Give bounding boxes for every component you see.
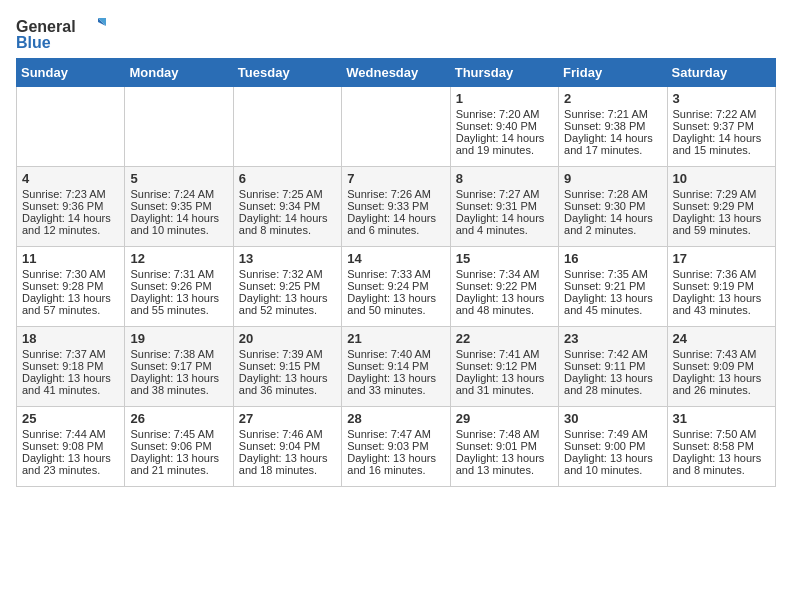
day-info: Daylight: 13 hours (564, 292, 661, 304)
day-info: and 8 minutes. (239, 224, 336, 236)
day-info: and 13 minutes. (456, 464, 553, 476)
day-info: and 19 minutes. (456, 144, 553, 156)
day-info: Daylight: 14 hours (673, 132, 770, 144)
calendar-week-5: 25Sunrise: 7:44 AMSunset: 9:08 PMDayligh… (17, 407, 776, 487)
calendar-cell: 18Sunrise: 7:37 AMSunset: 9:18 PMDayligh… (17, 327, 125, 407)
day-info: Sunrise: 7:48 AM (456, 428, 553, 440)
calendar-cell: 14Sunrise: 7:33 AMSunset: 9:24 PMDayligh… (342, 247, 450, 327)
calendar-header-row: SundayMondayTuesdayWednesdayThursdayFrid… (17, 59, 776, 87)
calendar-cell: 6Sunrise: 7:25 AMSunset: 9:34 PMDaylight… (233, 167, 341, 247)
day-info: Sunset: 9:19 PM (673, 280, 770, 292)
day-info: Daylight: 13 hours (22, 292, 119, 304)
day-info: Sunrise: 7:36 AM (673, 268, 770, 280)
day-number: 6 (239, 171, 336, 186)
day-number: 31 (673, 411, 770, 426)
header-friday: Friday (559, 59, 667, 87)
day-info: Sunset: 9:06 PM (130, 440, 227, 452)
day-info: and 33 minutes. (347, 384, 444, 396)
day-info: Sunrise: 7:33 AM (347, 268, 444, 280)
day-number: 11 (22, 251, 119, 266)
day-info: Daylight: 13 hours (456, 292, 553, 304)
header-sunday: Sunday (17, 59, 125, 87)
day-number: 17 (673, 251, 770, 266)
day-info: Sunrise: 7:22 AM (673, 108, 770, 120)
svg-text:General: General (16, 18, 76, 35)
day-number: 30 (564, 411, 661, 426)
day-info: Sunset: 9:18 PM (22, 360, 119, 372)
day-info: Daylight: 13 hours (130, 292, 227, 304)
day-info: and 50 minutes. (347, 304, 444, 316)
day-number: 14 (347, 251, 444, 266)
day-number: 20 (239, 331, 336, 346)
day-info: and 26 minutes. (673, 384, 770, 396)
calendar-cell: 29Sunrise: 7:48 AMSunset: 9:01 PMDayligh… (450, 407, 558, 487)
calendar-cell: 31Sunrise: 7:50 AMSunset: 8:58 PMDayligh… (667, 407, 775, 487)
calendar-cell: 7Sunrise: 7:26 AMSunset: 9:33 PMDaylight… (342, 167, 450, 247)
day-info: Sunset: 9:08 PM (22, 440, 119, 452)
calendar-cell: 26Sunrise: 7:45 AMSunset: 9:06 PMDayligh… (125, 407, 233, 487)
day-info: and 4 minutes. (456, 224, 553, 236)
calendar-cell: 9Sunrise: 7:28 AMSunset: 9:30 PMDaylight… (559, 167, 667, 247)
day-info: Sunset: 9:33 PM (347, 200, 444, 212)
day-info: and 52 minutes. (239, 304, 336, 316)
day-info: Daylight: 14 hours (239, 212, 336, 224)
day-info: Sunset: 9:26 PM (130, 280, 227, 292)
day-number: 18 (22, 331, 119, 346)
day-info: Sunset: 9:03 PM (347, 440, 444, 452)
day-info: Sunset: 9:34 PM (239, 200, 336, 212)
calendar-cell: 30Sunrise: 7:49 AMSunset: 9:00 PMDayligh… (559, 407, 667, 487)
day-info: Daylight: 13 hours (22, 452, 119, 464)
day-info: and 23 minutes. (22, 464, 119, 476)
day-info: and 15 minutes. (673, 144, 770, 156)
calendar-cell: 22Sunrise: 7:41 AMSunset: 9:12 PMDayligh… (450, 327, 558, 407)
calendar-cell: 2Sunrise: 7:21 AMSunset: 9:38 PMDaylight… (559, 87, 667, 167)
calendar-cell (233, 87, 341, 167)
calendar-cell: 16Sunrise: 7:35 AMSunset: 9:21 PMDayligh… (559, 247, 667, 327)
day-info: and 8 minutes. (673, 464, 770, 476)
day-info: Daylight: 13 hours (456, 372, 553, 384)
day-info: Daylight: 13 hours (347, 292, 444, 304)
calendar-week-1: 1Sunrise: 7:20 AMSunset: 9:40 PMDaylight… (17, 87, 776, 167)
day-info: Sunrise: 7:38 AM (130, 348, 227, 360)
day-info: Daylight: 13 hours (22, 372, 119, 384)
day-info: and 17 minutes. (564, 144, 661, 156)
day-info: Sunrise: 7:42 AM (564, 348, 661, 360)
day-number: 13 (239, 251, 336, 266)
day-info: Sunset: 9:12 PM (456, 360, 553, 372)
day-number: 8 (456, 171, 553, 186)
day-info: and 59 minutes. (673, 224, 770, 236)
day-info: Daylight: 13 hours (456, 452, 553, 464)
day-info: and 31 minutes. (456, 384, 553, 396)
day-info: Sunset: 9:09 PM (673, 360, 770, 372)
header-wednesday: Wednesday (342, 59, 450, 87)
header-saturday: Saturday (667, 59, 775, 87)
day-number: 23 (564, 331, 661, 346)
day-info: Sunset: 9:11 PM (564, 360, 661, 372)
day-info: Daylight: 14 hours (130, 212, 227, 224)
day-info: and 21 minutes. (130, 464, 227, 476)
day-info: and 28 minutes. (564, 384, 661, 396)
day-info: Sunrise: 7:34 AM (456, 268, 553, 280)
header-thursday: Thursday (450, 59, 558, 87)
svg-text:Blue: Blue (16, 34, 51, 51)
day-info: Sunset: 9:00 PM (564, 440, 661, 452)
calendar-cell (17, 87, 125, 167)
day-info: and 2 minutes. (564, 224, 661, 236)
day-info: Daylight: 13 hours (347, 452, 444, 464)
calendar-cell: 19Sunrise: 7:38 AMSunset: 9:17 PMDayligh… (125, 327, 233, 407)
day-info: Sunset: 9:17 PM (130, 360, 227, 372)
day-info: Sunset: 9:38 PM (564, 120, 661, 132)
day-info: Sunrise: 7:47 AM (347, 428, 444, 440)
calendar-cell: 8Sunrise: 7:27 AMSunset: 9:31 PMDaylight… (450, 167, 558, 247)
day-info: and 57 minutes. (22, 304, 119, 316)
day-info: Daylight: 13 hours (239, 372, 336, 384)
day-info: Sunset: 9:14 PM (347, 360, 444, 372)
day-info: Sunrise: 7:39 AM (239, 348, 336, 360)
day-info: Sunrise: 7:27 AM (456, 188, 553, 200)
day-info: Daylight: 13 hours (564, 452, 661, 464)
day-info: Sunrise: 7:50 AM (673, 428, 770, 440)
day-info: and 10 minutes. (130, 224, 227, 236)
calendar-cell: 12Sunrise: 7:31 AMSunset: 9:26 PMDayligh… (125, 247, 233, 327)
day-info: Daylight: 13 hours (673, 452, 770, 464)
day-info: Daylight: 14 hours (22, 212, 119, 224)
